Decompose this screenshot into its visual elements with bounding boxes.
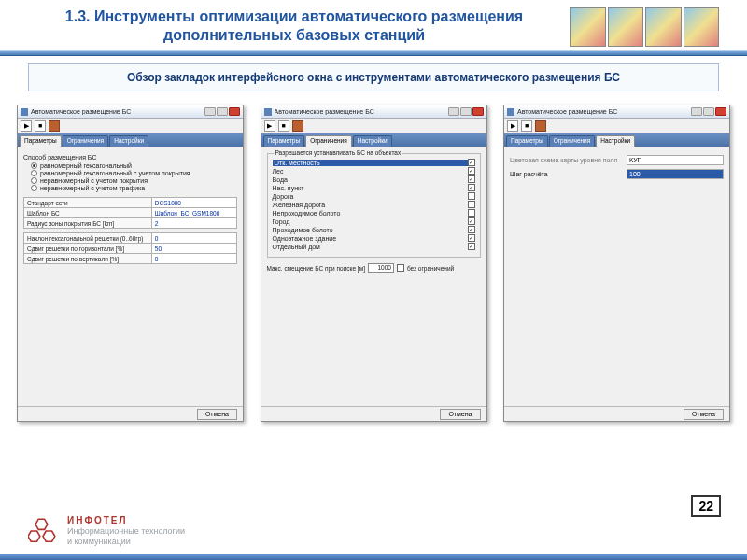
tab-bar: Параметры Ограничения Настройки	[504, 133, 729, 147]
radio-icon	[31, 170, 37, 176]
unlimited-checkbox[interactable]	[397, 264, 404, 272]
checkbox-icon[interactable]: ✓	[468, 159, 475, 166]
toolbar: ▶ ■	[18, 119, 243, 133]
checkbox-icon[interactable]: ✓	[468, 184, 475, 191]
play-icon[interactable]: ▶	[21, 120, 32, 132]
radio-icon	[31, 162, 37, 169]
radio-option[interactable]: неравномерный с учетом трафика	[31, 185, 237, 191]
checkbox-icon[interactable]: ✓	[468, 243, 475, 250]
checkbox-icon[interactable]: ✓	[468, 234, 475, 242]
checkbox-label: Город	[273, 218, 468, 225]
checkbox-icon[interactable]: ✓	[468, 167, 475, 175]
tab-settings[interactable]: Настройки	[109, 135, 148, 147]
tab-parameters[interactable]: Параметры	[263, 135, 305, 147]
radio-option[interactable]: равномерный гексагональный	[31, 162, 237, 169]
checkbox-label: Нас. пункт	[273, 185, 468, 191]
close-icon[interactable]	[229, 107, 240, 116]
terrain-checkbox-row[interactable]: Город✓	[273, 217, 475, 225]
checkbox-label: Одноэтажное здание	[273, 235, 468, 242]
checkbox-label: Дорога	[273, 193, 468, 200]
minimize-icon[interactable]	[204, 107, 216, 116]
tab-constraints[interactable]: Ограничения	[305, 135, 352, 147]
slide-title: 1.3. Инструменты оптимизации автоматичес…	[28, 7, 560, 45]
play-icon[interactable]: ▶	[264, 120, 275, 132]
checkbox-label: Проходимое болото	[273, 227, 468, 233]
checkbox-icon[interactable]: ✓	[468, 217, 475, 225]
screenshot-panel-constraints: Автоматическое размещение БС ▶ ■ Парамет…	[261, 105, 487, 422]
tab-parameters[interactable]: Параметры	[20, 135, 62, 147]
radio-option[interactable]: неравномерный с учетом покрытия	[31, 177, 237, 184]
play-icon[interactable]: ▶	[507, 120, 518, 132]
config-icon[interactable]	[535, 120, 546, 132]
group-legend: Разрешается устанавливать БС на объектах	[274, 149, 403, 156]
step-label: Шаг расчёта	[510, 171, 622, 177]
terrain-checkbox-row[interactable]: Вода✓	[273, 175, 475, 183]
cancel-button[interactable]: Отмена	[440, 409, 480, 420]
max-offset-input[interactable]: 1000	[368, 263, 394, 273]
company-text: ИНФОТЕЛ Информационные технологии и комм…	[67, 515, 185, 547]
tab-parameters[interactable]: Параметры	[506, 135, 548, 147]
toolbar: ▶ ■	[261, 119, 486, 133]
config-icon[interactable]	[292, 120, 303, 132]
config-icon[interactable]	[49, 120, 60, 132]
terrain-checkbox-row[interactable]: Отдельный дом✓	[273, 243, 475, 250]
checkbox-icon[interactable]: ✓	[468, 175, 475, 183]
checkbox-label: Непроходимое болото	[273, 210, 468, 217]
close-icon[interactable]	[715, 107, 726, 116]
stop-icon[interactable]: ■	[278, 120, 289, 132]
minimize-icon[interactable]	[448, 107, 459, 116]
terrain-checkbox-row[interactable]: Отк. местность✓	[273, 159, 475, 166]
allowed-objects-group: Разрешается устанавливать БС на объектах…	[267, 153, 481, 258]
window-title-text: Автоматическое размещение БС	[31, 108, 202, 115]
window-titlebar: Автоматическое размещение БС	[18, 105, 243, 119]
tab-bar: Параметры Ограничения Настройки	[261, 133, 486, 147]
terrain-checkbox-row[interactable]: Нас. пункт✓	[273, 184, 475, 191]
checkbox-icon[interactable]	[468, 192, 475, 200]
window-titlebar: Автоматическое размещение БС	[261, 105, 486, 119]
terrain-checkbox-row[interactable]: Проходимое болото✓	[273, 226, 475, 233]
radio-icon	[31, 185, 37, 191]
step-input[interactable]: 100	[627, 169, 724, 179]
maximize-icon[interactable]	[460, 107, 472, 116]
app-icon	[507, 108, 514, 116]
cancel-button[interactable]: Отмена	[684, 409, 724, 420]
checkbox-icon[interactable]	[468, 209, 475, 217]
terrain-checkbox-row[interactable]: Железная дорога	[273, 201, 475, 208]
terrain-checkbox-row[interactable]: Одноэтажное здание✓	[273, 234, 475, 242]
tab-constraints[interactable]: Ограничения	[63, 135, 109, 147]
radio-option[interactable]: равномерный гексагональный с учетом покр…	[31, 170, 237, 176]
checkbox-label: Железная дорога	[273, 202, 468, 208]
divider-bar	[0, 50, 747, 56]
maximize-icon[interactable]	[703, 107, 714, 116]
terrain-checkbox-row[interactable]: Непроходимое болото	[273, 209, 475, 217]
terrain-checkbox-row[interactable]: Дорога	[273, 192, 475, 200]
subtitle: Обзор закладок интерфейсного окна с инст…	[28, 63, 719, 91]
svg-marker-0	[35, 519, 48, 529]
tab-settings[interactable]: Настройки	[596, 135, 635, 147]
checkbox-label: Отк. местность	[273, 160, 468, 166]
checkbox-label: Отдельный дом	[273, 244, 468, 250]
stop-icon[interactable]: ■	[521, 120, 532, 132]
toolbar: ▶ ■	[504, 119, 729, 133]
stop-icon[interactable]: ■	[35, 120, 46, 132]
slide-footer: 22 ИНФОТЕЛ Информационные технологии и к…	[0, 495, 747, 560]
tab-bar: Параметры Ограничения Настройки	[18, 133, 243, 147]
params-table-1: Стандарт сетиDCS1800 Шаблон БСШаблон_БС_…	[23, 197, 237, 229]
params-table-2: Наклон гексагональной решетки (0..60гр)0…	[23, 232, 237, 264]
tab-constraints[interactable]: Ограничения	[549, 135, 596, 147]
placement-method-label: Способ размещения БС	[23, 154, 237, 161]
screenshot-panel-settings: Автоматическое размещение БС ▶ ■ Парамет…	[503, 105, 730, 422]
terrain-checkbox-row[interactable]: Лес✓	[273, 167, 475, 175]
close-icon[interactable]	[472, 107, 484, 116]
tab-settings[interactable]: Настройки	[353, 135, 392, 147]
maximize-icon[interactable]	[217, 107, 228, 116]
checkbox-icon[interactable]	[468, 201, 475, 208]
minimize-icon[interactable]	[691, 107, 702, 116]
checkbox-icon[interactable]: ✓	[468, 226, 475, 233]
colorscheme-dropdown[interactable]: КУП	[627, 155, 724, 165]
radio-icon	[31, 177, 37, 184]
cancel-button[interactable]: Отмена	[197, 409, 237, 420]
svg-marker-1	[28, 531, 40, 541]
page-number: 22	[691, 495, 721, 517]
checkbox-label: Вода	[273, 176, 468, 183]
